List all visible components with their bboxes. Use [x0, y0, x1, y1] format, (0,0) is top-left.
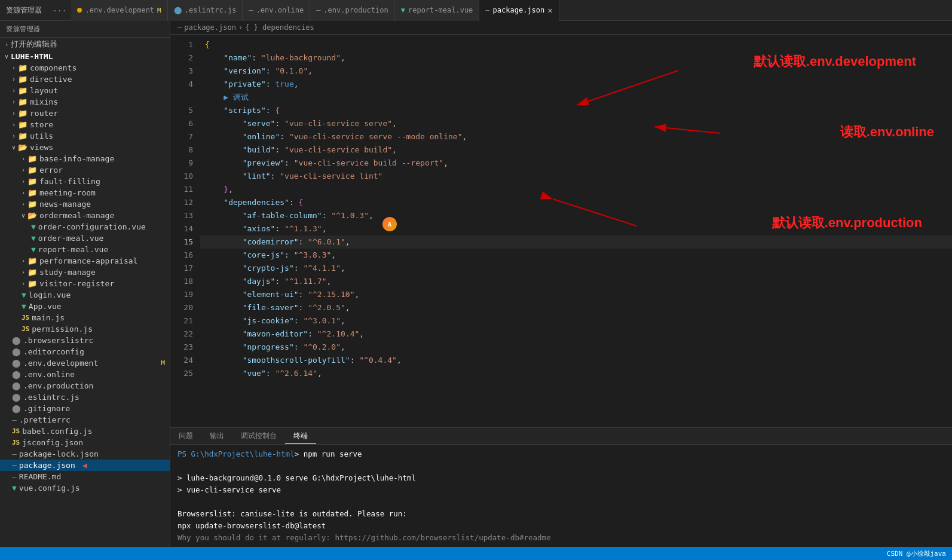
sidebar-project-root[interactable]: ∨ LUHE-HTML: [0, 51, 170, 62]
tab-close-icon[interactable]: ✕: [547, 5, 552, 15]
terminal-area: 问题 输出 调试控制台 终端 PS G:\hdxProject\luhe-htm…: [170, 427, 952, 547]
sidebar-item-vue-config[interactable]: ▼ vue.config.js: [0, 482, 170, 494]
sidebar-item-label: order-configuration.vue: [38, 222, 146, 231]
terminal-line-blank2: [177, 496, 945, 508]
terminal-tab-terminal[interactable]: 终端: [285, 429, 316, 444]
sidebar-item-error[interactable]: › 📁 error: [0, 164, 170, 176]
sidebar-item-gitignore[interactable]: ⬤ .gitignore: [0, 403, 170, 414]
components-folder-icon: 📁: [18, 63, 27, 72]
more-icon[interactable]: ···: [48, 6, 71, 15]
breadcrumb-separator: ›: [238, 23, 243, 32]
sidebar-item-store[interactable]: › 📁 store: [0, 119, 170, 130]
status-bar: CSDN @小徐敲java: [0, 547, 952, 560]
sidebar-item-study[interactable]: › 📁 study-manage: [0, 267, 170, 278]
sidebar-item-order-config[interactable]: ▼ order-configuration.vue: [0, 221, 170, 232]
sidebar-item-label: .env.online: [23, 370, 75, 379]
tab-package-json-label: package.json: [493, 6, 545, 14]
terminal-tabs: 问题 输出 调试控制台 终端: [170, 428, 952, 445]
sidebar-item-jsconfig[interactable]: JS jsconfig.json: [0, 437, 170, 448]
tabs-container: .env.development M ⬤ .eslintrc.js — .env…: [71, 0, 952, 21]
terminal-tab-issues[interactable]: 问题: [170, 429, 201, 443]
terminal-line-1: PS G:\hdxProject\luhe-html> npm run serv…: [177, 448, 945, 460]
sidebar-item-label: package.json: [19, 461, 75, 470]
sidebar-item-label: store: [30, 120, 53, 129]
sidebar-item-mixins[interactable]: › 📁 mixins: [0, 96, 170, 108]
visitor-chevron: ›: [22, 280, 25, 287]
terminal-line-4: Browserslist: caniuse-lite is outdated. …: [177, 508, 945, 520]
utils-chevron: ›: [12, 133, 16, 139]
base-info-folder-icon: 📁: [27, 154, 37, 163]
code-line-3: "version": "0.1.0",: [200, 65, 952, 78]
sidebar-item-editorconfig[interactable]: ⬤ .editorconfig: [0, 346, 170, 357]
sidebar-item-label: directive: [30, 75, 72, 84]
browserslistrc-icon: ⬤: [12, 336, 21, 345]
code-line-15: "codemirror": "^6.0.1",: [200, 235, 952, 249]
sidebar-item-news-manage[interactable]: › 📁 news-manage: [0, 198, 170, 210]
sidebar-item-views[interactable]: ∨ 📂 views: [0, 142, 170, 153]
sidebar-item-label: components: [30, 63, 76, 72]
tab-report-meal[interactable]: ▼ report-meal.vue: [395, 0, 480, 21]
sidebar-item-base-info[interactable]: › 📁 base-info-manage: [0, 153, 170, 164]
tab-package-json[interactable]: — package.json ✕: [479, 0, 559, 21]
meeting-folder-icon: 📁: [27, 188, 37, 197]
sidebar-item-env-online[interactable]: ⬤ .env.online: [0, 369, 170, 380]
terminal-tab-debug[interactable]: 调试控制台: [232, 429, 285, 443]
env-dev-icon: [77, 8, 82, 13]
sidebar-open-editors[interactable]: › 打开的编辑器: [0, 38, 170, 51]
sidebar-item-ordermeal[interactable]: ∨ 📂 ordermeal-manage: [0, 210, 170, 221]
tab-env-online[interactable]: — .env.online: [243, 0, 310, 21]
tab-eslintrc[interactable]: ⬤ .eslintrc.js: [168, 0, 243, 21]
sidebar-item-order-meal[interactable]: ▼ order-meal.vue: [0, 232, 170, 244]
babel-js-icon: JS: [12, 427, 20, 435]
sidebar-item-babel[interactable]: JS babel.config.js: [0, 426, 170, 437]
sidebar-item-label: ordermeal-manage: [39, 211, 114, 220]
sidebar-item-meeting-room[interactable]: › 📁 meeting-room: [0, 187, 170, 198]
breadcrumb-path: { } dependencies: [245, 23, 314, 32]
report-meal-icon: ▼: [401, 6, 405, 14]
code-editor[interactable]: 1 2 3 4 5 6 7 8 9 10 11 12 13 14 15 16 1…: [170, 35, 952, 427]
sidebar-item-prettierrc[interactable]: — .prettierrc: [0, 414, 170, 426]
code-line-23: "nprogress": "^0.2.0",: [200, 341, 952, 354]
sidebar-item-readme[interactable]: — README.md: [0, 471, 170, 482]
terminal-content[interactable]: PS G:\hdxProject\luhe-html> npm run serv…: [170, 445, 952, 547]
sidebar-item-main-js[interactable]: JS main.js: [0, 312, 170, 323]
sidebar-item-label: visitor-register: [39, 279, 114, 288]
terminal-line-6: Why you should do it at regularly: https…: [177, 532, 945, 544]
sidebar-item-permission-js[interactable]: JS permission.js: [0, 323, 170, 335]
sidebar-item-package-lock[interactable]: — package-lock.json: [0, 448, 170, 460]
terminal-line-2: > luhe-background@0.1.0 serve G:\hdxProj…: [177, 472, 945, 484]
sidebar-item-app[interactable]: ▼ App.vue: [0, 301, 170, 312]
sidebar-item-env-production[interactable]: ⬤ .env.production: [0, 380, 170, 391]
tab-report-meal-label: report-meal.vue: [408, 6, 473, 14]
mixins-folder-icon: 📁: [18, 97, 27, 106]
sidebar-item-utils[interactable]: › 📁 utils: [0, 130, 170, 142]
code-content[interactable]: { "name": "luhe-background", "version": …: [200, 35, 952, 427]
tab-env-production[interactable]: — .env.production: [310, 0, 395, 21]
sidebar-item-fault-filling[interactable]: › 📁 fault-filling: [0, 176, 170, 187]
code-line-13: "af-table-column": "^1.0.3",: [200, 209, 952, 222]
sidebar-item-package-json[interactable]: — package.json ◀: [0, 460, 170, 471]
sidebar-item-label: main.js: [32, 313, 65, 322]
sidebar-item-visitor[interactable]: › 📁 visitor-register: [0, 278, 170, 289]
sidebar-item-env-development[interactable]: ⬤ .env.development M: [0, 357, 170, 369]
sidebar-item-directive[interactable]: › 📁 directive: [0, 74, 170, 85]
sidebar-item-router[interactable]: › 📁 router: [0, 108, 170, 119]
code-line-12: "dependencies": {: [200, 196, 952, 209]
jsconfig-icon: JS: [12, 439, 20, 446]
sidebar-item-perf[interactable]: › 📁 performance-appraisal: [0, 255, 170, 267]
env-prod-file-icon: ⬤: [12, 381, 21, 390]
sidebar-item-label: error: [39, 166, 63, 175]
terminal-tab-output[interactable]: 输出: [201, 429, 232, 443]
sidebar-item-label: base-info-manage: [39, 154, 114, 163]
tab-env-development[interactable]: .env.development M: [71, 0, 167, 21]
router-chevron: ›: [12, 110, 16, 117]
sidebar-item-components[interactable]: › 📁 components: [0, 62, 170, 74]
sidebar-item-layout[interactable]: › 📁 layout: [0, 85, 170, 96]
perf-chevron: ›: [22, 258, 25, 264]
sidebar-item-eslintrc[interactable]: ⬤ .eslintrc.js: [0, 391, 170, 403]
code-line-21: "js-cookie": "^3.0.1",: [200, 314, 952, 328]
sidebar-item-browserslistrc[interactable]: ⬤ .browserslistrc: [0, 335, 170, 346]
sidebar-item-login[interactable]: ▼ login.vue: [0, 289, 170, 301]
sidebar-item-report-meal[interactable]: ▼ report-meal.vue: [0, 244, 170, 255]
sidebar-item-label: package-lock.json: [19, 449, 99, 458]
